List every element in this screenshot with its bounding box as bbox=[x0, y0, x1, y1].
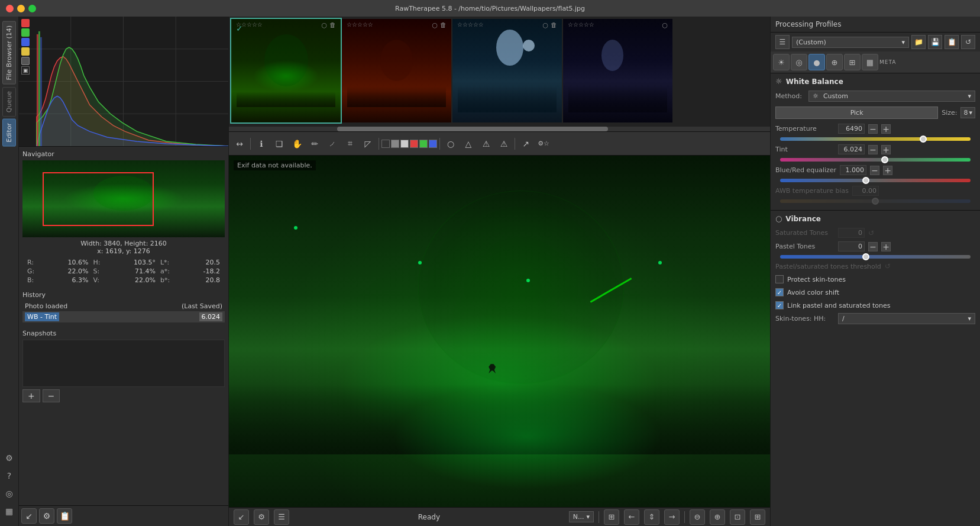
close-button[interactable] bbox=[6, 5, 14, 12]
history-item-1[interactable]: WB - Tint 6.024 bbox=[22, 311, 225, 322]
nav-back-button[interactable]: ← bbox=[624, 509, 639, 525]
warning2-tool-button[interactable]: ⚠ bbox=[496, 135, 512, 152]
color-square-red[interactable] bbox=[410, 140, 418, 148]
nav-right-button[interactable]: → bbox=[664, 509, 680, 525]
color-square-blue[interactable] bbox=[429, 140, 437, 148]
crop-tool-button[interactable]: ⌗ bbox=[342, 135, 358, 152]
filmstrip-scrollbar[interactable] bbox=[229, 127, 770, 131]
profile-reset-button[interactable]: ↺ bbox=[961, 35, 975, 49]
hist-gray[interactable] bbox=[21, 57, 30, 65]
rotate-tool-button[interactable]: ◸ bbox=[360, 135, 376, 152]
avoid-color-shift-checkbox[interactable]: ✓ bbox=[775, 288, 784, 296]
hist-chrominance[interactable]: ▣ bbox=[21, 66, 30, 75]
settings-tool-button[interactable]: ⚙☆ bbox=[535, 135, 552, 152]
zoom-100-button[interactable]: ⊞ bbox=[750, 509, 765, 525]
color-square-green[interactable] bbox=[419, 140, 428, 148]
nav-left-button[interactable]: ⊞ bbox=[604, 509, 619, 525]
wb-size-dropdown[interactable]: 8 ▾ bbox=[960, 107, 975, 118]
hand-tool-button[interactable]: ✋ bbox=[289, 135, 305, 152]
hist-luminance[interactable] bbox=[21, 47, 30, 56]
temperature-value[interactable]: 6490 bbox=[838, 124, 865, 134]
hist-green[interactable] bbox=[21, 28, 30, 37]
tool-tab-transform[interactable]: ⊞ bbox=[844, 54, 861, 70]
minimize-button[interactable] bbox=[17, 5, 25, 12]
remove-snapshot-button[interactable]: − bbox=[43, 389, 60, 402]
br-slider-track[interactable] bbox=[780, 179, 971, 182]
br-value[interactable]: 1.000 bbox=[840, 165, 866, 175]
pastel-minus[interactable]: − bbox=[868, 242, 878, 251]
tool-tab-advanced[interactable]: ⊕ bbox=[826, 54, 843, 70]
zoom-in-button[interactable]: ⊕ bbox=[710, 509, 725, 525]
profile-open-button[interactable]: 📁 bbox=[911, 35, 926, 49]
br-minus[interactable]: − bbox=[870, 166, 879, 175]
link-button[interactable]: ⚙ bbox=[39, 508, 54, 524]
zoom-fit-button[interactable]: ⊡ bbox=[730, 509, 745, 525]
tool-tab-raw[interactable]: ▦ bbox=[862, 54, 878, 70]
link-pastel-sat-checkbox[interactable]: ✓ bbox=[775, 301, 784, 309]
wb-pick-button[interactable]: Pick bbox=[775, 107, 938, 119]
navigate-tool-button[interactable]: ↔ bbox=[231, 135, 248, 152]
wb-method-dropdown[interactable]: ☼ Custom ▾ bbox=[808, 91, 975, 102]
protect-skin-checkbox[interactable] bbox=[775, 275, 784, 283]
pastel-plus[interactable]: + bbox=[881, 242, 891, 251]
warning-tool-button[interactable]: ⚠ bbox=[478, 135, 494, 152]
profile-paste-button[interactable]: 📋 bbox=[945, 35, 959, 49]
maximize-button[interactable] bbox=[28, 5, 36, 12]
br-plus[interactable]: + bbox=[883, 166, 892, 175]
info-tool-button[interactable]: ℹ bbox=[253, 135, 270, 152]
profile-list-button[interactable]: ☰ bbox=[775, 35, 790, 49]
profile-dropdown[interactable]: (Custom) ▾ bbox=[792, 37, 909, 48]
pastel-slider-track[interactable] bbox=[780, 255, 971, 259]
nav-dropdown[interactable]: N... ▾ bbox=[569, 511, 594, 522]
link-pastel-sat-label[interactable]: Link pastel and saturated tones bbox=[787, 302, 890, 309]
pencil-tool-button[interactable]: ✏ bbox=[306, 135, 323, 152]
color-square-dark[interactable] bbox=[381, 140, 390, 148]
triangle-tool-button[interactable]: △ bbox=[460, 135, 477, 152]
histogram-svg bbox=[19, 17, 228, 146]
tool-tab-color[interactable]: ● bbox=[808, 54, 825, 70]
temperature-slider-track[interactable] bbox=[780, 137, 971, 141]
skin-tones-dropdown[interactable]: / ▾ bbox=[838, 313, 975, 324]
temperature-plus[interactable]: + bbox=[881, 124, 891, 134]
transfer-left-button[interactable]: ↙ bbox=[21, 508, 37, 524]
help-icon[interactable]: ? bbox=[2, 468, 17, 483]
hist-red[interactable] bbox=[21, 19, 30, 27]
export-tool-button[interactable]: ↗ bbox=[518, 135, 534, 152]
tint-slider-track[interactable] bbox=[780, 158, 971, 162]
copy-tool-button[interactable]: ❏ bbox=[271, 135, 287, 152]
tint-plus[interactable]: + bbox=[881, 145, 891, 154]
statistics-icon[interactable]: ▦ bbox=[2, 504, 17, 519]
filmstrip-item-0[interactable]: ✓ ☆☆☆☆☆ ○ 🗑 bbox=[231, 19, 341, 129]
zoom-out-button[interactable]: ⊖ bbox=[690, 509, 705, 525]
info-icon[interactable]: ◎ bbox=[2, 486, 17, 501]
history-item-0[interactable]: Photo loaded (Last Saved) bbox=[22, 301, 225, 311]
filmstrip-item-2[interactable]: ☆☆☆☆☆ ○ 🗑 bbox=[452, 19, 562, 129]
temperature-minus[interactable]: − bbox=[868, 124, 878, 134]
pastel-tones-value[interactable]: 0 bbox=[838, 241, 865, 251]
tool-tab-detail[interactable]: ◎ bbox=[791, 54, 807, 70]
save-status-button[interactable]: ↙ bbox=[234, 509, 249, 525]
circle-tool-button[interactable]: ○ bbox=[442, 135, 459, 152]
filmstrip-item-3[interactable]: ☆☆☆☆☆ ○ bbox=[563, 19, 672, 129]
copy-button[interactable]: 📋 bbox=[57, 508, 72, 524]
file-browser-tab[interactable]: File Browser (14) bbox=[2, 21, 16, 85]
hist-blue[interactable] bbox=[21, 38, 30, 46]
tint-minus[interactable]: − bbox=[868, 145, 878, 154]
tool-tab-exposure[interactable]: ☀ bbox=[773, 54, 790, 70]
add-snapshot-button[interactable]: + bbox=[22, 389, 40, 402]
settings-icon[interactable]: ⚙ bbox=[2, 450, 17, 466]
tint-value[interactable]: 6.024 bbox=[838, 144, 865, 154]
filmstrip-item-1[interactable]: ☆☆☆☆☆ ○ 🗑 bbox=[342, 19, 451, 129]
color-square-light[interactable] bbox=[400, 140, 409, 148]
color-square-mid[interactable] bbox=[391, 140, 399, 148]
avoid-color-shift-label[interactable]: Avoid color shift bbox=[787, 289, 839, 296]
profile-save-button[interactable]: 💾 bbox=[928, 35, 942, 49]
batch-status-button[interactable]: ☰ bbox=[274, 509, 289, 525]
protect-skin-label[interactable]: Protect skin-tones bbox=[787, 276, 846, 283]
bstar-value: 20.8 bbox=[189, 276, 220, 284]
editor-tab[interactable]: Editor bbox=[2, 119, 16, 147]
link-status-button[interactable]: ⚙ bbox=[254, 509, 269, 525]
nav-forward-button[interactable]: ⇕ bbox=[644, 509, 659, 525]
picker-tool-button[interactable]: ⟋ bbox=[324, 135, 341, 152]
queue-tab[interactable]: Queue bbox=[2, 87, 16, 117]
